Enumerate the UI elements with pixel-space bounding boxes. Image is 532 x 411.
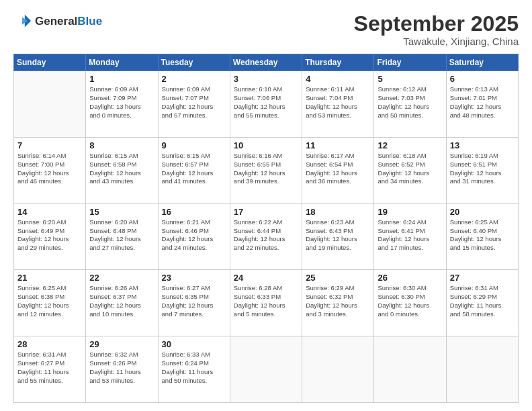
calendar-week-row: 28Sunrise: 6:31 AMSunset: 6:27 PMDayligh…: [14, 336, 519, 403]
day-info: Sunrise: 6:09 AMSunset: 7:07 PMDaylight:…: [162, 85, 226, 120]
day-info: Sunrise: 6:33 AMSunset: 6:24 PMDaylight:…: [162, 351, 226, 385]
calendar-cell: 21Sunrise: 6:25 AMSunset: 6:38 PMDayligh…: [14, 270, 86, 336]
day-info: Sunrise: 6:20 AMSunset: 6:48 PMDaylight:…: [89, 218, 154, 253]
calendar-cell: 25Sunrise: 6:29 AMSunset: 6:32 PMDayligh…: [302, 270, 374, 336]
col-saturday: Saturday: [446, 54, 518, 71]
calendar-cell: [374, 336, 446, 403]
day-info: Sunrise: 6:26 AMSunset: 6:37 PMDaylight:…: [89, 284, 154, 318]
day-number: 15: [89, 207, 154, 217]
logo-blue: Blue: [77, 15, 102, 28]
title-block: September 2025 Tawakule, Xinjiang, China: [354, 12, 519, 47]
day-info: Sunrise: 6:17 AMSunset: 6:54 PMDaylight:…: [306, 152, 370, 186]
calendar-cell: 16Sunrise: 6:21 AMSunset: 6:46 PMDayligh…: [158, 203, 230, 270]
day-info: Sunrise: 6:22 AMSunset: 6:44 PMDaylight:…: [234, 218, 298, 253]
calendar-week-row: 1Sunrise: 6:09 AMSunset: 7:09 PMDaylight…: [14, 71, 519, 138]
calendar-cell: 19Sunrise: 6:24 AMSunset: 6:41 PMDayligh…: [374, 203, 446, 270]
calendar-cell: 18Sunrise: 6:23 AMSunset: 6:43 PMDayligh…: [302, 203, 374, 270]
day-info: Sunrise: 6:29 AMSunset: 6:32 PMDaylight:…: [306, 284, 370, 318]
day-number: 20: [450, 207, 515, 217]
day-number: 17: [234, 207, 298, 217]
day-number: 26: [378, 273, 442, 283]
calendar-cell: 11Sunrise: 6:17 AMSunset: 6:54 PMDayligh…: [302, 137, 374, 203]
location-subtitle: Tawakule, Xinjiang, China: [354, 36, 519, 47]
day-number: 5: [378, 74, 442, 84]
calendar-week-row: 21Sunrise: 6:25 AMSunset: 6:38 PMDayligh…: [14, 270, 519, 336]
day-info: Sunrise: 6:15 AMSunset: 6:58 PMDaylight:…: [89, 152, 154, 186]
day-info: Sunrise: 6:31 AMSunset: 6:29 PMDaylight:…: [450, 284, 515, 318]
day-number: 21: [17, 273, 82, 283]
logo-text: GeneralBlue: [35, 15, 102, 28]
calendar-week-row: 7Sunrise: 6:14 AMSunset: 7:00 PMDaylight…: [14, 137, 519, 203]
day-number: 24: [234, 273, 298, 283]
day-info: Sunrise: 6:14 AMSunset: 7:00 PMDaylight:…: [17, 152, 82, 186]
calendar-cell: 14Sunrise: 6:20 AMSunset: 6:49 PMDayligh…: [14, 203, 86, 270]
day-info: Sunrise: 6:23 AMSunset: 6:43 PMDaylight:…: [306, 218, 370, 253]
page: GeneralBlue September 2025 Tawakule, Xin…: [0, 0, 532, 411]
day-info: Sunrise: 6:18 AMSunset: 6:52 PMDaylight:…: [378, 152, 442, 186]
day-info: Sunrise: 6:27 AMSunset: 6:35 PMDaylight:…: [162, 284, 226, 318]
col-thursday: Thursday: [302, 54, 374, 71]
day-number: 11: [306, 140, 370, 150]
calendar-cell: 27Sunrise: 6:31 AMSunset: 6:29 PMDayligh…: [446, 270, 518, 336]
calendar-cell: 1Sunrise: 6:09 AMSunset: 7:09 PMDaylight…: [86, 71, 158, 138]
calendar-cell: 6Sunrise: 6:13 AMSunset: 7:01 PMDaylight…: [446, 71, 518, 138]
col-sunday: Sunday: [14, 54, 86, 71]
calendar-week-row: 14Sunrise: 6:20 AMSunset: 6:49 PMDayligh…: [14, 203, 519, 270]
calendar-cell: 8Sunrise: 6:15 AMSunset: 6:58 PMDaylight…: [86, 137, 158, 203]
calendar-cell: 12Sunrise: 6:18 AMSunset: 6:52 PMDayligh…: [374, 137, 446, 203]
day-info: Sunrise: 6:16 AMSunset: 6:55 PMDaylight:…: [234, 152, 298, 186]
day-number: 22: [89, 273, 154, 283]
day-number: 4: [306, 74, 370, 84]
day-number: 13: [450, 140, 515, 150]
day-number: 9: [162, 140, 226, 150]
day-info: Sunrise: 6:12 AMSunset: 7:03 PMDaylight:…: [378, 85, 442, 120]
calendar-cell: 23Sunrise: 6:27 AMSunset: 6:35 PMDayligh…: [158, 270, 230, 336]
calendar-cell: [302, 336, 374, 403]
calendar-cell: 5Sunrise: 6:12 AMSunset: 7:03 PMDaylight…: [374, 71, 446, 138]
day-info: Sunrise: 6:28 AMSunset: 6:33 PMDaylight:…: [234, 284, 298, 318]
day-number: 23: [162, 273, 226, 283]
calendar-cell: 9Sunrise: 6:15 AMSunset: 6:57 PMDaylight…: [158, 137, 230, 203]
calendar-cell: 15Sunrise: 6:20 AMSunset: 6:48 PMDayligh…: [86, 203, 158, 270]
day-number: 10: [234, 140, 298, 150]
day-number: 28: [17, 339, 82, 349]
calendar-cell: 3Sunrise: 6:10 AMSunset: 7:06 PMDaylight…: [230, 71, 302, 138]
day-info: Sunrise: 6:19 AMSunset: 6:51 PMDaylight:…: [450, 152, 515, 186]
calendar-cell: 30Sunrise: 6:33 AMSunset: 6:24 PMDayligh…: [158, 336, 230, 403]
day-info: Sunrise: 6:24 AMSunset: 6:41 PMDaylight:…: [378, 218, 442, 253]
day-number: 3: [234, 74, 298, 84]
col-tuesday: Tuesday: [158, 54, 230, 71]
day-number: 8: [89, 140, 154, 150]
day-info: Sunrise: 6:13 AMSunset: 7:01 PMDaylight:…: [450, 85, 515, 120]
day-number: 12: [378, 140, 442, 150]
calendar-cell: 13Sunrise: 6:19 AMSunset: 6:51 PMDayligh…: [446, 137, 518, 203]
day-number: 18: [306, 207, 370, 217]
calendar-cell: 17Sunrise: 6:22 AMSunset: 6:44 PMDayligh…: [230, 203, 302, 270]
calendar-cell: 29Sunrise: 6:32 AMSunset: 6:26 PMDayligh…: [86, 336, 158, 403]
col-monday: Monday: [86, 54, 158, 71]
month-title: September 2025: [354, 12, 519, 36]
day-info: Sunrise: 6:15 AMSunset: 6:57 PMDaylight:…: [162, 152, 226, 186]
calendar-cell: 10Sunrise: 6:16 AMSunset: 6:55 PMDayligh…: [230, 137, 302, 203]
calendar-cell: 22Sunrise: 6:26 AMSunset: 6:37 PMDayligh…: [86, 270, 158, 336]
calendar-cell: 28Sunrise: 6:31 AMSunset: 6:27 PMDayligh…: [14, 336, 86, 403]
calendar-cell: 20Sunrise: 6:25 AMSunset: 6:40 PMDayligh…: [446, 203, 518, 270]
calendar-cell: [14, 71, 86, 138]
calendar-cell: 2Sunrise: 6:09 AMSunset: 7:07 PMDaylight…: [158, 71, 230, 138]
day-info: Sunrise: 6:20 AMSunset: 6:49 PMDaylight:…: [17, 218, 82, 253]
calendar-cell: 24Sunrise: 6:28 AMSunset: 6:33 PMDayligh…: [230, 270, 302, 336]
logo-icon: [13, 12, 32, 31]
day-number: 7: [17, 140, 82, 150]
day-info: Sunrise: 6:10 AMSunset: 7:06 PMDaylight:…: [234, 85, 298, 120]
calendar-table: Sunday Monday Tuesday Wednesday Thursday…: [13, 54, 519, 403]
day-info: Sunrise: 6:30 AMSunset: 6:30 PMDaylight:…: [378, 284, 442, 318]
header: GeneralBlue September 2025 Tawakule, Xin…: [13, 12, 519, 47]
day-info: Sunrise: 6:31 AMSunset: 6:27 PMDaylight:…: [17, 351, 82, 385]
day-number: 25: [306, 273, 370, 283]
day-number: 14: [17, 207, 82, 217]
calendar-header-row: Sunday Monday Tuesday Wednesday Thursday…: [14, 54, 519, 71]
day-number: 30: [162, 339, 226, 349]
calendar-cell: 26Sunrise: 6:30 AMSunset: 6:30 PMDayligh…: [374, 270, 446, 336]
day-info: Sunrise: 6:32 AMSunset: 6:26 PMDaylight:…: [89, 351, 154, 385]
calendar-cell: 4Sunrise: 6:11 AMSunset: 7:04 PMDaylight…: [302, 71, 374, 138]
